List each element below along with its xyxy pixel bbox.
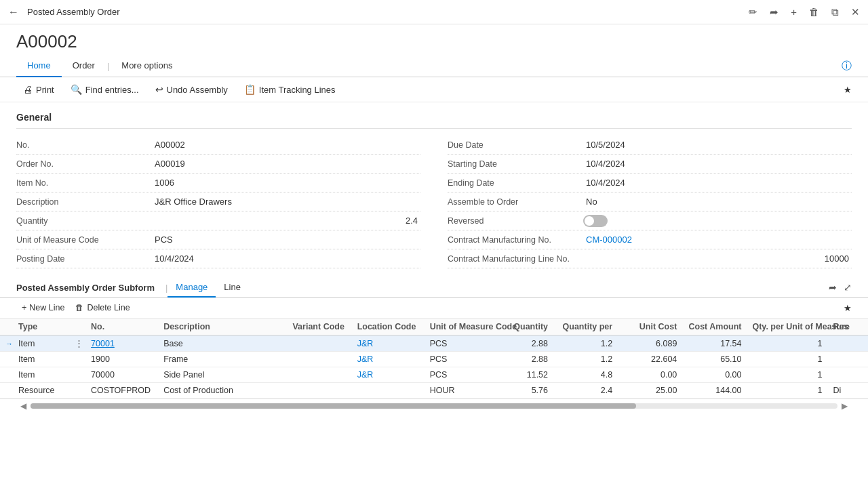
cell-qty: 2.88 [497,336,553,352]
table-row[interactable]: →Item⋮70001BaseJ&RPCS2.881.26.08917.541 [0,336,868,352]
item-tracking-button[interactable]: 📋 Item Tracking Lines [237,81,342,98]
label-reversed: Reversed [448,216,583,226]
top-bar-title: Posted Assembly Order [27,7,741,17]
label-item-no: Item No. [16,178,152,188]
cell-costamt: 144.00 [682,383,747,399]
cell-location: J&R [352,352,425,367]
subform-title: Posted Assembly Order Subform [16,279,155,297]
cell-no[interactable]: 70001 [85,336,158,352]
cell-qty: 5.76 [497,383,553,399]
th-qtyper: Quantity per [553,319,618,336]
subform-header: Posted Assembly Order Subform | Manage L… [0,278,868,298]
scrollbar-track[interactable] [31,403,837,409]
scrollbar-thumb [31,403,636,409]
label-uom: Unit of Measure Code [16,235,152,245]
cell-desc: Cost of Production [158,383,287,399]
minimize-icon[interactable]: ✕ [851,6,860,18]
cell-desc: Base [158,336,287,352]
field-contract-mfg-no: Contract Manufacturing No. CM-000002 [448,230,852,249]
scroll-right-arrow[interactable]: ▶ [837,401,852,411]
tab-order[interactable]: Order [62,55,106,77]
subform-expand-icon[interactable]: ⤢ [844,282,852,293]
row-arrow [0,352,13,367]
cell-qtyper: 4.8 [553,367,618,383]
tab-more-options[interactable]: More options [111,55,183,77]
value-no: A00002 [152,139,420,150]
field-uom: Unit of Measure Code PCS [16,230,420,249]
new-line-button[interactable]: + New Line [16,301,70,314]
row-arrow: → [0,336,13,352]
delete-icon[interactable]: 🗑 [809,6,819,18]
value-contract-mfg-no[interactable]: CM-000002 [583,234,852,245]
section-divider [16,128,852,129]
cell-location [352,383,425,399]
value-posting-date: 10/4/2024 [152,253,420,264]
cell-variant [287,352,351,367]
tab-home[interactable]: Home [16,55,62,77]
action-bar-right-icon[interactable]: ★ [844,85,852,95]
scroll-left-arrow[interactable]: ◀ [16,401,31,411]
table-action-right-icon[interactable]: ★ [844,303,852,313]
cell-res: Di [827,383,868,399]
label-posting-date: Posting Date [16,254,152,264]
th-costamt: Cost Amount [682,319,747,336]
info-icon[interactable]: ⓘ [842,60,852,73]
table-row[interactable]: Item70000Side PanelJ&RPCS11.524.80.000.0… [0,367,868,383]
value-uom: PCS [152,234,420,245]
value-description: J&R Office Drawers [152,196,420,207]
add-icon[interactable]: + [791,6,797,18]
field-ending-date: Ending Date 10/4/2024 [448,174,852,192]
subform-tab-line[interactable]: Line [216,278,249,298]
row-menu-icon[interactable] [69,367,85,383]
cell-type: Item [13,336,69,352]
table-header-row: Type No. Description Variant Code Locati… [0,319,868,336]
value-starting-date: 10/4/2024 [583,158,852,169]
back-button[interactable]: ← [8,6,19,18]
cell-unitcost: 22.604 [618,352,682,367]
cell-uom: PCS [425,367,497,383]
field-order-no: Order No. A00019 [16,155,420,174]
th-qtyuom: Qty. per Unit of Measure [747,319,827,336]
label-contract-mfg-line-no: Contract Manufacturing Line No. [448,254,583,264]
field-posting-date: Posting Date 10/4/2024 [16,249,420,268]
cell-qtyper: 1.2 [553,336,618,352]
form-right-col: Due Date 10/5/2024 Starting Date 10/4/20… [448,136,852,268]
nav-separator: | [107,61,109,71]
subform-share-icon[interactable]: ➦ [829,282,837,293]
th-res: Res [827,319,868,336]
find-entries-button[interactable]: 🔍 Find entries... [64,81,146,98]
cell-type: Resource [13,383,69,399]
field-quantity: Quantity 2.4 [16,211,420,230]
row-menu-icon[interactable] [69,383,85,399]
delete-line-button[interactable]: 🗑 Delete Line [70,301,135,314]
field-description: Description J&R Office Drawers [16,192,420,211]
field-assemble-to-order: Assemble to Order No [448,192,852,211]
label-starting-date: Starting Date [448,159,583,169]
th-uom: Unit of Measure Code [425,319,497,336]
label-order-no: Order No. [16,159,152,169]
label-quantity: Quantity [16,216,152,226]
share-icon[interactable]: ➦ [770,6,778,18]
row-menu-icon[interactable]: ⋮ [69,336,85,352]
reversed-toggle[interactable] [583,215,608,227]
general-title: General [16,112,852,123]
value-quantity: 2.4 [152,215,420,226]
field-contract-mfg-line-no: Contract Manufacturing Line No. 10000 [448,249,852,268]
subform-tab-manage[interactable]: Manage [167,278,216,298]
label-due-date: Due Date [448,140,583,150]
cell-res [827,367,868,383]
print-button[interactable]: 🖨 Print [16,81,61,98]
cell-variant [287,367,351,383]
find-icon: 🔍 [71,84,82,95]
cell-type: Item [13,367,69,383]
row-arrow [0,383,13,399]
field-due-date: Due Date 10/5/2024 [448,136,852,155]
table-row[interactable]: Item1900FrameJ&RPCS2.881.222.60465.101 [0,352,868,367]
undo-assembly-button[interactable]: ↩ Undo Assembly [149,81,235,98]
table-body: →Item⋮70001BaseJ&RPCS2.881.26.08917.541I… [0,336,868,399]
table-row[interactable]: ResourceCOSTOFPRODCost of ProductionHOUR… [0,383,868,399]
top-bar-icons: ✏ ➦ + 🗑 ⧉ ✕ [749,6,860,18]
edit-icon[interactable]: ✏ [749,6,757,18]
window-icon[interactable]: ⧉ [831,6,839,18]
row-menu-icon[interactable] [69,352,85,367]
